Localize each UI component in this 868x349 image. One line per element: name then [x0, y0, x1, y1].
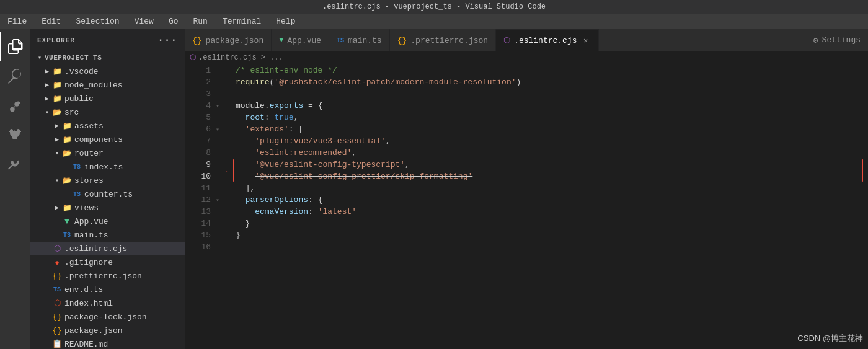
- tree-label-views: views: [74, 203, 99, 213]
- code-line-16: [236, 241, 858, 253]
- tree-item-readme[interactable]: 📋 README.md: [30, 337, 185, 349]
- code-span-6b: : [: [289, 123, 303, 135]
- tree-item-prettierrc[interactable]: {} .prettierrc.json: [30, 269, 185, 283]
- code-span-5a: root: [246, 112, 265, 123]
- activity-extensions-icon[interactable]: [0, 151, 30, 180]
- menu-selection[interactable]: Selection: [73, 15, 122, 27]
- folder-icon-vscode: 📁: [52, 66, 62, 76]
- code-span-6a: 'extends': [246, 123, 289, 135]
- tree-item-assets[interactable]: ▶ 📁 assets: [30, 119, 185, 133]
- tree-item-counter-ts[interactable]: TS counter.ts: [30, 187, 185, 201]
- code-span-7a: 'plugin:vue/vue3-essential': [255, 135, 386, 147]
- tree-item-router-index[interactable]: TS index.ts: [30, 160, 185, 174]
- tree-label-package-json: package.json: [64, 326, 123, 335]
- tree-item-root[interactable]: ▾ VUEPROJECT_TS: [30, 51, 185, 64]
- code-content[interactable]: /* eslint-env node */ require('@rushstac…: [226, 64, 868, 349]
- code-editor: 1 2 3 4 5 6 7 8 9 10 11 12 13 14 15 16: [185, 64, 868, 349]
- tree-item-env-dts[interactable]: TS env.d.ts: [30, 283, 185, 296]
- sidebar-title: EXPLORER: [37, 37, 75, 44]
- tree-label-env-dts: env.d.ts: [64, 285, 103, 294]
- tab-package-json[interactable]: {} package.json: [185, 29, 272, 51]
- menu-terminal[interactable]: Terminal: [220, 15, 264, 27]
- code-span-7b: ,: [386, 135, 391, 147]
- activity-debug-icon[interactable]: [0, 121, 30, 151]
- tree-item-gitignore[interactable]: ◆ .gitignore: [30, 255, 185, 269]
- tab-label-prettierrc: .prettierrc.json: [410, 36, 488, 45]
- tab-prettierrc-json[interactable]: {} .prettierrc.json: [390, 29, 496, 51]
- code-line-5: root: true,: [236, 112, 858, 123]
- tab-eslintrc-cjs[interactable]: ⬡ .eslintrc.cjs ✕: [496, 29, 598, 51]
- code-line-6: 'extends': [: [236, 123, 858, 135]
- tab-app-vue[interactable]: ▼ App.vue: [272, 29, 329, 51]
- tab-label-app-vue: App.vue: [287, 36, 321, 45]
- tree-arrow-main-ts: [52, 230, 62, 240]
- tree-item-components[interactable]: ▶ 📁 components: [30, 133, 185, 146]
- tree-item-router[interactable]: ▾ 📂 router: [30, 146, 185, 160]
- tab-label-main-ts: main.ts: [348, 36, 382, 45]
- tree-arrow-index-html: [42, 298, 52, 308]
- tree-arrow-gitignore: [42, 257, 52, 267]
- menu-view[interactable]: View: [132, 15, 156, 27]
- tree-label-src: src: [64, 108, 79, 117]
- activity-explorer-icon[interactable]: [0, 32, 30, 61]
- ts-icon-tab-main: TS: [337, 37, 344, 44]
- code-span-13-indent: [236, 206, 255, 218]
- tab-close-eslintrc[interactable]: ✕: [581, 35, 591, 45]
- tab-settings[interactable]: ⚙ Settings: [806, 29, 868, 51]
- tree-item-eslintrc[interactable]: ⬡ .eslintrc.cjs: [30, 242, 185, 255]
- code-span-12a: parserOptions: [246, 194, 308, 206]
- code-line-13: ecmaVersion: 'latest': [236, 206, 858, 218]
- json-icon-package: {}: [52, 325, 62, 335]
- tab-main-ts[interactable]: TS main.ts: [329, 29, 390, 51]
- code-lines-9-10-container: '@vue/eslint-config-typescript', '@vue/e…: [236, 159, 858, 182]
- code-span-8b: ,: [352, 147, 356, 159]
- title-bar: .eslintrc.cjs - vueproject_ts - Visual S…: [0, 0, 868, 14]
- code-line-14: }: [236, 218, 858, 229]
- code-span-9a: '@vue/eslint-config-typescript': [255, 159, 405, 170]
- menu-edit[interactable]: Edit: [39, 15, 63, 27]
- code-line-11: ],: [236, 182, 858, 194]
- tree-arrow-node-modules: ▶: [42, 80, 52, 90]
- activity-search-icon[interactable]: [0, 61, 30, 91]
- tree-item-public[interactable]: ▶ 📁 public: [30, 92, 185, 105]
- tree-item-vscode[interactable]: ▶ 📁 .vscode: [30, 64, 185, 78]
- activity-bar: [0, 29, 30, 349]
- tree-label-components: components: [74, 135, 123, 144]
- tree-item-src[interactable]: ▾ 📂 src: [30, 105, 185, 119]
- tree-arrow-counter: [62, 189, 72, 199]
- ts-icon-router-index: TS: [72, 162, 82, 172]
- code-span-2a: require: [236, 76, 270, 88]
- tree-arrow-prettierrc: [42, 271, 52, 281]
- sidebar-header-actions[interactable]: ···: [157, 35, 177, 46]
- tree-item-views[interactable]: ▶ 📁 views: [30, 201, 185, 214]
- tree-arrow-components: ▶: [52, 135, 62, 144]
- menu-file[interactable]: File: [5, 15, 29, 27]
- eslint-icon-eslintrc: ⬡: [52, 244, 62, 254]
- vue-icon-app: ▼: [62, 216, 72, 226]
- tree-item-package-json[interactable]: {} package.json: [30, 324, 185, 337]
- code-line-2: require('@rushstack/eslint-patch/modern-…: [236, 76, 858, 88]
- menu-help[interactable]: Help: [273, 15, 298, 27]
- code-span-9b: ,: [405, 159, 410, 170]
- tree-item-index-html[interactable]: ⬡ index.html: [30, 296, 185, 310]
- tree-item-main-ts[interactable]: TS main.ts: [30, 228, 185, 242]
- tree-item-stores[interactable]: ▾ 📂 stores: [30, 174, 185, 187]
- tab-label-package-json: package.json: [206, 36, 264, 45]
- tree-item-app-vue[interactable]: ▼ App.vue: [30, 214, 185, 228]
- tree-item-node-modules[interactable]: ▶ 📁 node_modules: [30, 78, 185, 92]
- code-span-13b: :: [308, 206, 318, 218]
- code-span-14-indent: [236, 218, 246, 229]
- sidebar-content[interactable]: ▾ VUEPROJECT_TS ▶ 📁 .vscode ▶ 📁 node_mod…: [30, 51, 185, 349]
- code-line-8: 'eslint:recommended',: [236, 147, 858, 159]
- fold-gutter: ▾ ▾ ▾: [216, 64, 226, 349]
- tree-label-index-html: index.html: [64, 299, 113, 308]
- menu-run[interactable]: Run: [190, 15, 210, 27]
- code-span-8a: 'eslint:recommended': [255, 147, 352, 159]
- tree-arrow-stores: ▾: [52, 175, 62, 185]
- folder-icon-stores: 📂: [62, 175, 72, 185]
- line-numbers: 1 2 3 4 5 6 7 8 9 10 11 12 13 14 15 16: [185, 64, 216, 349]
- activity-scm-icon[interactable]: [0, 91, 30, 121]
- menu-go[interactable]: Go: [166, 15, 181, 27]
- tree-item-package-lock[interactable]: {} package-lock.json: [30, 310, 185, 324]
- code-span-2c: '@rushstack/eslint-patch/modern-module-r…: [274, 76, 516, 88]
